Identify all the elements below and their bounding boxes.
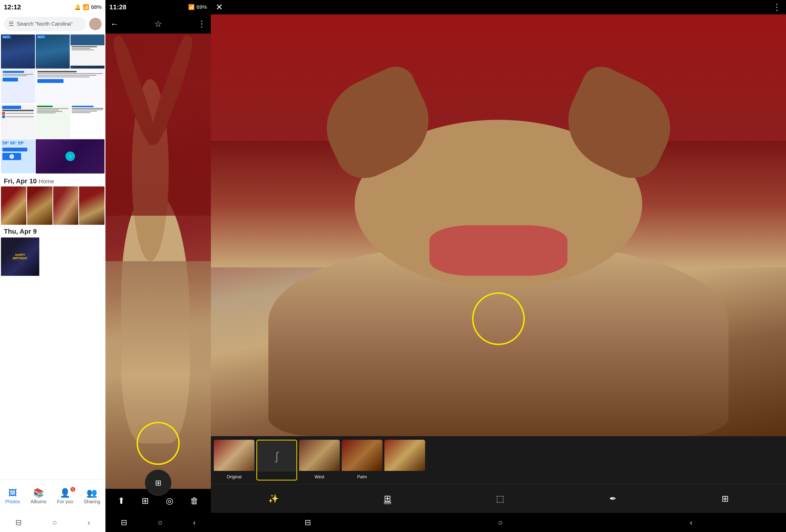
back-btn-2[interactable]: ‹	[193, 518, 196, 527]
filter-extra-1[interactable]	[384, 440, 425, 481]
viewer-toolbar: ← ☆ ⋮	[106, 15, 211, 33]
recent-apps-btn-3[interactable]: ⊟	[305, 518, 311, 527]
next-badge-2: NEXT	[37, 36, 46, 39]
edit-circle-highlight	[137, 422, 180, 465]
screenshot-tile-5[interactable]	[36, 69, 105, 104]
viewer-time: 11:28	[109, 3, 126, 11]
fri-date: Fri, Apr 10	[4, 177, 37, 185]
back-btn-1[interactable]: ‹	[88, 518, 90, 527]
birthday-photo[interactable]: HAPPYBIRTHDAY	[1, 237, 39, 276]
edit-icon: ⊞	[155, 478, 162, 487]
screenshot-tile-9[interactable]: 59° 66° 59°	[1, 139, 35, 173]
grid-tool[interactable]: ⊞	[721, 494, 729, 504]
dog-photo-2[interactable]	[27, 186, 52, 225]
search-placeholder: Search "North Carolina"	[17, 21, 82, 27]
filter-palm[interactable]: Palm	[342, 440, 383, 481]
main-dog-image	[106, 33, 211, 489]
search-input-container[interactable]: ☰ Search "North Carolina"	[4, 17, 86, 31]
filter-palm-label: Palm	[342, 475, 383, 480]
crop-tool[interactable]: ⬚	[496, 494, 504, 504]
screenshot-tile-7[interactable]	[36, 105, 70, 139]
sharing-icon: 👥	[87, 488, 97, 498]
section-date-thu: Thu, Apr 9	[0, 225, 106, 237]
filter-original[interactable]: Original	[214, 440, 254, 481]
photo-grid-area: NEXT NEXT	[0, 33, 106, 479]
dog-photo-1[interactable]	[1, 186, 26, 225]
viewer-status-bar: 11:28 📶 69%	[106, 0, 211, 15]
panel-photo-editor: ✕ ⋮ Original ∫	[211, 0, 786, 532]
for-you-icon: 👤	[60, 488, 70, 498]
filter-west[interactable]: West	[299, 440, 340, 481]
editor-dog-image	[211, 15, 786, 436]
filter-script[interactable]: ∫	[256, 440, 297, 481]
panel-photo-viewer: 11:28 📶 69% ← ☆ ⋮ ⊞ ⬆	[106, 0, 211, 532]
screenshot-tile-3[interactable]	[70, 34, 105, 69]
nav-for-you[interactable]: 👤 3 For you	[57, 488, 73, 505]
time-1: 12:12	[4, 3, 21, 11]
editor-tools-bar: ✨ ⊞ ⬚ ✒ ⊞	[211, 484, 786, 513]
edit-button-circle[interactable]: ⊞	[145, 470, 171, 496]
albums-label: Albums	[31, 499, 47, 505]
enhance-tool[interactable]: ✨	[268, 494, 279, 504]
filter-west-label: West	[299, 475, 340, 480]
sys-nav-2: ⊟ ○ ‹	[106, 513, 211, 532]
editor-more-button[interactable]: ⋮	[772, 2, 781, 12]
screenshot-tile-4[interactable]	[1, 69, 35, 103]
home-btn-2[interactable]: ○	[158, 518, 162, 527]
badge-count: 3	[70, 487, 75, 492]
recent-apps-btn-2[interactable]: ⊟	[121, 518, 127, 527]
viewer-battery: 69%	[196, 4, 207, 10]
main-photo-area[interactable]	[106, 33, 211, 489]
dog-photos-fri	[0, 186, 106, 225]
fri-location: Home	[39, 178, 54, 185]
sys-nav-3: ⊟ ○ ‹	[211, 513, 786, 532]
next-badge-1: NEXT	[2, 36, 11, 39]
filter-original-label: Original	[214, 475, 254, 480]
more-button[interactable]: ⋮	[198, 19, 206, 29]
photos-label: Photos	[5, 499, 20, 505]
section-date-fri: Fri, Apr 10 Home	[0, 175, 106, 186]
markup-tool[interactable]: ✒	[609, 494, 617, 504]
edit-tools-button[interactable]: ⊞	[142, 496, 149, 506]
albums-icon: 📚	[33, 488, 44, 498]
screenshot-tile-8[interactable]	[70, 105, 105, 139]
editor-close-button[interactable]: ✕	[216, 2, 223, 12]
editor-photo-area[interactable]	[211, 15, 786, 436]
battery-icon-1: 68%	[91, 4, 101, 10]
screenshot-grid: NEXT NEXT	[0, 33, 106, 175]
favorite-button[interactable]: ☆	[154, 19, 162, 29]
thu-date: Thu, Apr 9	[4, 228, 37, 235]
notification-icon: 🔔	[74, 4, 81, 10]
editor-top-bar: ✕ ⋮	[211, 0, 786, 15]
delete-button[interactable]: 🗑	[190, 496, 199, 506]
filter-strip: Original ∫ West Palm	[211, 436, 786, 484]
for-you-label: For you	[57, 499, 73, 505]
panel-google-photos: 12:12 🔔 📶 68% ☰ Search "North Carolina" …	[0, 0, 106, 532]
screenshot-tile-6[interactable]	[1, 105, 35, 139]
nav-photos[interactable]: 🖼 Photos	[5, 488, 20, 505]
status-icons-1: 🔔 📶 68%	[74, 4, 101, 10]
dog-photo-3[interactable]	[53, 186, 78, 225]
screenshot-tile-10[interactable]: ○	[36, 139, 105, 174]
wifi-icon: 📶	[83, 4, 89, 10]
home-btn-1[interactable]: ○	[52, 518, 57, 527]
menu-icon: ☰	[9, 21, 14, 27]
home-btn-3[interactable]: ○	[498, 518, 503, 527]
back-btn-3[interactable]: ‹	[690, 518, 693, 527]
viewer-signal-icon: 📶	[188, 4, 194, 10]
screenshot-tile-2[interactable]: NEXT	[36, 34, 70, 69]
back-button[interactable]: ←	[110, 19, 119, 29]
share-button[interactable]: ⬆	[118, 496, 125, 506]
bottom-nav: 🖼 Photos 📚 Albums 👤 3 For you 👥 Sharing	[0, 479, 106, 513]
sys-nav-1: ⊟ ○ ‹	[0, 513, 106, 532]
dog-photo-4[interactable]	[79, 186, 105, 225]
nav-sharing[interactable]: 👥 Sharing	[84, 488, 100, 505]
status-bar-1: 12:12 🔔 📶 68%	[0, 0, 106, 15]
sharing-label: Sharing	[84, 499, 100, 505]
lens-button[interactable]: ◎	[166, 496, 173, 506]
adjust-tool[interactable]: ⊞	[384, 493, 391, 504]
user-avatar[interactable]	[89, 18, 101, 30]
screenshot-tile-1[interactable]: NEXT	[1, 34, 35, 69]
recent-apps-btn-1[interactable]: ⊟	[15, 518, 22, 527]
nav-albums[interactable]: 📚 Albums	[31, 488, 47, 505]
